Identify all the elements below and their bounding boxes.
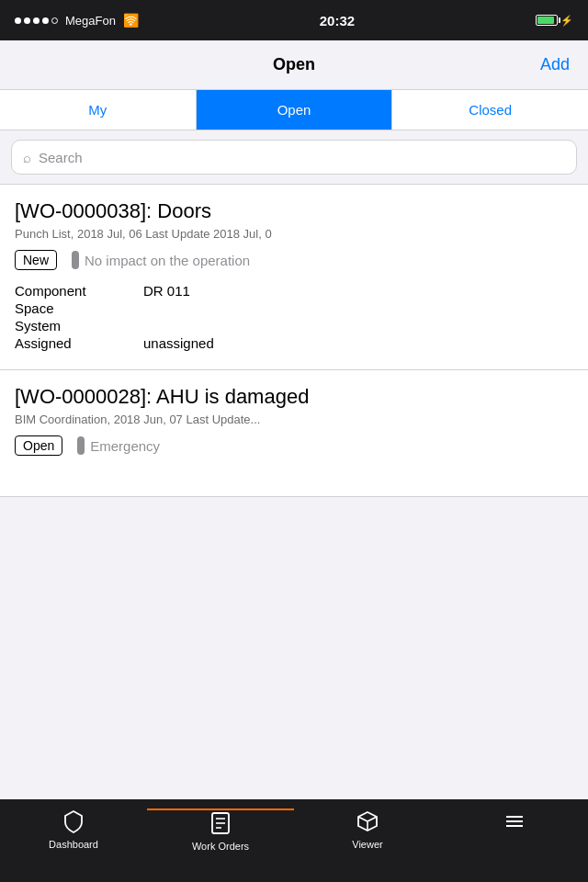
signal-dot-2	[24, 17, 30, 24]
impact-pill-icon-2	[77, 436, 85, 455]
menu-icon	[502, 808, 527, 834]
status-time: 20:32	[320, 13, 355, 28]
wo-assigned-value-1: unassigned	[143, 335, 573, 351]
status-bar: MegaFon 🛜 20:32 ⚡	[0, 0, 588, 40]
wo-component-label: Component	[15, 283, 143, 299]
signal-dot-4	[42, 17, 49, 24]
page-title: Open	[273, 55, 315, 74]
battery-indicator: ⚡	[536, 15, 573, 27]
wo-subtitle-1: Punch List, 2018 Jul, 06 Last Update 201…	[15, 227, 573, 241]
charging-icon: ⚡	[560, 15, 573, 27]
wo-subtitle-2: BIM Coordination, 2018 Jun, 07 Last Upda…	[15, 413, 573, 426]
tab-closed[interactable]: Closed	[392, 90, 588, 130]
svg-line-7	[368, 817, 377, 821]
dashboard-label: Dashboard	[49, 839, 98, 850]
search-placeholder: Search	[39, 150, 83, 165]
wo-title-2: [WO-0000028]: AHU is damaged	[15, 385, 573, 409]
signal-dot-3	[33, 17, 40, 24]
status-bar-right: ⚡	[536, 15, 573, 27]
wo-status-row-2: Open Emergency	[15, 435, 573, 456]
viewer-label: Viewer	[352, 839, 382, 850]
wo-impact-1: No impact on the operation	[72, 251, 250, 269]
signal-strength	[15, 17, 58, 24]
work-orders-list: [WO-0000038]: Doors Punch List, 2018 Jul…	[0, 185, 588, 497]
wo-status-badge-2: Open	[15, 435, 62, 456]
battery-fill	[537, 17, 554, 24]
bottom-nav-dashboard[interactable]: Dashboard	[0, 808, 147, 850]
wo-space-label: Space	[15, 300, 143, 316]
wo-system-label: System	[15, 318, 143, 334]
work-order-item-2[interactable]: [WO-0000028]: AHU is damaged BIM Coordin…	[0, 370, 588, 497]
wo-impact-2: Emergency	[77, 436, 160, 455]
bottom-nav-bar: Dashboard Work Orders Viewer	[0, 799, 588, 882]
carrier-name: MegaFon	[65, 14, 116, 28]
impact-pill-icon-1	[72, 251, 79, 269]
status-bar-left: MegaFon 🛜	[15, 13, 139, 28]
wo-space-value-1	[143, 300, 573, 316]
svg-line-6	[358, 817, 368, 821]
wo-details-1: Component DR 011 Space System Assigned u…	[15, 283, 573, 351]
tab-closed-label: Closed	[469, 102, 512, 118]
wifi-icon: 🛜	[123, 13, 139, 28]
tab-my-label: My	[88, 102, 107, 118]
add-button[interactable]: Add	[540, 55, 570, 74]
viewer-icon	[355, 808, 380, 834]
wo-assigned-label: Assigned	[15, 335, 143, 351]
dashboard-icon	[61, 808, 86, 834]
bottom-nav-workorders[interactable]: Work Orders	[147, 808, 294, 852]
signal-dot-1	[15, 17, 21, 24]
signal-dot-5	[51, 17, 58, 24]
tab-open[interactable]: Open	[197, 90, 393, 130]
search-bar-wrapper: ⌕ Search	[0, 130, 588, 185]
bottom-nav-menu[interactable]	[441, 808, 588, 839]
work-order-item[interactable]: [WO-0000038]: Doors Punch List, 2018 Jul…	[0, 185, 588, 370]
nav-bar: Open Add	[0, 40, 588, 90]
tab-my[interactable]: My	[0, 90, 197, 130]
wo-status-badge-1: New	[15, 250, 57, 270]
workorders-icon	[208, 810, 233, 836]
wo-impact-label-2: Emergency	[90, 438, 160, 454]
wo-title-1: [WO-0000038]: Doors	[15, 199, 573, 223]
search-bar[interactable]: ⌕ Search	[11, 140, 577, 175]
workorders-label: Work Orders	[192, 841, 249, 852]
tab-bar: My Open Closed	[0, 90, 588, 130]
wo-component-value-1: DR 011	[143, 283, 573, 299]
battery-icon	[536, 15, 558, 26]
wo-impact-label-1: No impact on the operation	[85, 253, 250, 268]
tab-open-label: Open	[277, 102, 311, 118]
wo-status-row-1: New No impact on the operation	[15, 250, 573, 270]
wo-system-value-1	[143, 318, 573, 334]
bottom-nav-viewer[interactable]: Viewer	[294, 808, 441, 850]
